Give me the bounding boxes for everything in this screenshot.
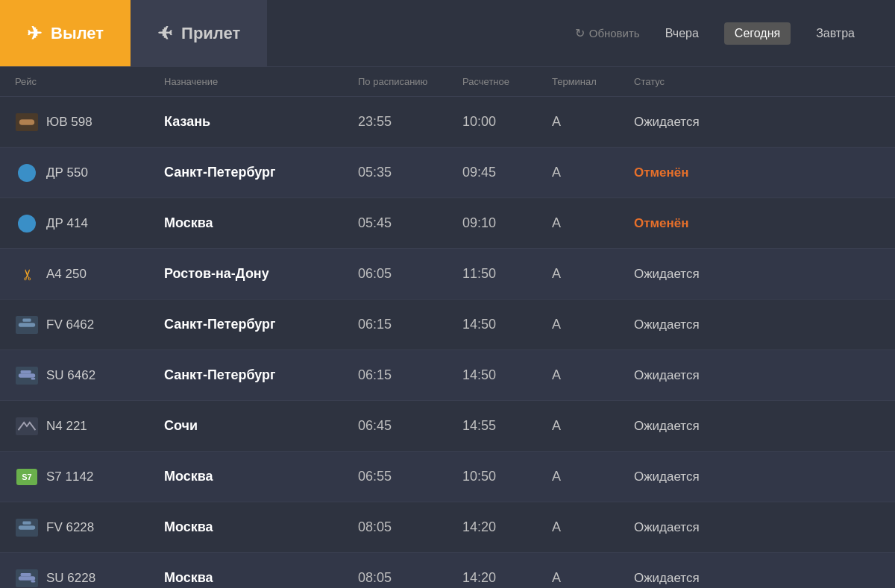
table-row[interactable]: ЮВ 598Казань23:5510:00АОжидается [0,97,895,148]
flight-estimated-time: 11:50 [462,266,552,282]
flight-number-cell: ДР 414 [15,212,164,235]
flight-code: SU 6228 [46,571,95,586]
airline-logo-icon [15,110,39,134]
flight-code: S7 1142 [46,470,93,484]
flight-number-cell: SU 6228 [15,566,164,589]
flight-number-cell: ЮВ 598 [15,110,164,134]
flight-status: Отменён [634,216,880,231]
flight-terminal: А [552,215,634,231]
today-button[interactable]: Сегодня [724,22,791,45]
flight-number-cell: ✂А4 250 [15,262,164,286]
flight-destination: Ростов-на-Дону [164,266,358,282]
table-row[interactable]: SU 6228Москва08:0514:20АОжидается [0,553,895,588]
flight-estimated-time: 14:50 [462,317,552,332]
header-controls: ↻ Обновить Вчера Сегодня Завтра [575,22,895,45]
flight-estimated-time: 14:50 [462,367,552,383]
flight-scheduled-time: 23:55 [358,114,462,130]
tab-arrival-label: Прилет [181,24,240,43]
column-headers: Рейс Назначение По расписанию Расчетное … [0,67,895,97]
table-row[interactable]: FV 6462Санкт-Петербург06:1514:50АОжидает… [0,300,895,350]
flight-terminal: А [552,165,634,180]
flight-code: А4 250 [46,267,87,282]
col-terminal: Терминал [552,73,634,90]
airline-logo-icon [15,364,39,388]
flight-status: Ожидается [634,115,880,130]
flight-terminal: А [552,317,634,332]
tab-departure-label: Вылет [51,24,104,43]
flight-number-cell: SU 6462 [15,364,164,388]
flight-status: Отменён [634,165,880,180]
airline-logo-icon: ✂ [15,262,39,286]
flight-estimated-time: 14:20 [462,570,552,586]
flight-code: FV 6462 [46,317,94,332]
col-destination: Назначение [164,73,358,90]
flight-code: ДР 550 [46,165,88,180]
flight-estimated-time: 09:10 [462,215,552,231]
table-row[interactable]: SU 6462Санкт-Петербург06:1514:50АОжидает… [0,350,895,401]
svg-rect-2 [22,318,31,321]
departure-icon: ✈ [27,23,42,44]
col-scheduled: По расписанию [358,73,462,90]
svg-rect-5 [31,377,36,379]
flight-destination: Санкт-Петербург [164,317,358,332]
svg-rect-9 [21,573,31,576]
header: ✈ Вылет ✈ Прилет ↻ Обновить Вчера Сегодн… [0,0,895,67]
flight-terminal: А [552,418,634,434]
yesterday-button[interactable]: Вчера [655,22,709,45]
flight-scheduled-time: 06:15 [358,367,462,383]
refresh-button[interactable]: ↻ Обновить [575,26,640,40]
flight-number-cell: ДР 550 [15,161,164,185]
flight-scheduled-time: 06:45 [358,418,462,434]
flight-code: ДР 414 [46,216,88,231]
refresh-icon: ↻ [575,26,585,40]
col-status: Статус [634,73,880,90]
airline-logo-icon [15,313,39,337]
table-row[interactable]: FV 6228Москва08:0514:20АОжидается [0,502,895,553]
tomorrow-button[interactable]: Завтра [806,22,865,45]
flight-estimated-time: 10:00 [462,114,552,130]
arrival-icon: ✈ [157,23,172,44]
flight-terminal: А [552,469,634,484]
table-row[interactable]: S7S7 1142Москва06:5510:50АОжидается [0,452,895,502]
flight-code: N4 221 [46,419,87,434]
svg-rect-3 [19,373,35,378]
flight-destination: Сочи [164,418,358,434]
flight-scheduled-time: 06:55 [358,469,462,484]
flights-table: ЮВ 598Казань23:5510:00АОжидаетсяДР 550Са… [0,97,895,588]
svg-rect-10 [31,580,36,582]
flight-destination: Москва [164,215,358,231]
flight-estimated-time: 14:20 [462,519,552,535]
today-label: Сегодня [735,27,780,39]
col-estimated: Расчетное [462,73,552,90]
table-row[interactable]: ДР 414Москва05:4509:10АОтменён [0,198,895,249]
flight-scheduled-time: 08:05 [358,519,462,535]
flight-terminal: А [552,367,634,383]
tab-arrival[interactable]: ✈ Прилет [131,0,267,66]
flight-terminal: А [552,570,634,586]
yesterday-label: Вчера [665,27,699,39]
flight-scheduled-time: 05:35 [358,165,462,180]
svg-rect-4 [21,370,31,373]
flight-code: FV 6228 [46,520,94,535]
flight-number-cell: N4 221 [15,414,164,438]
table-row[interactable]: ✂А4 250Ростов-на-Дону06:0511:50АОжидаетс… [0,249,895,300]
flight-estimated-time: 14:55 [462,418,552,434]
flight-scheduled-time: 05:45 [358,215,462,231]
table-row[interactable]: N4 221Сочи06:4514:55АОжидается [0,401,895,452]
flight-number-cell: FV 6462 [15,313,164,337]
flight-status: Ожидается [634,571,880,586]
flight-number-cell: S7S7 1142 [15,465,164,489]
flight-destination: Санкт-Петербург [164,165,358,180]
flight-destination: Москва [164,570,358,586]
svg-rect-6 [19,525,35,530]
refresh-label: Обновить [589,27,640,39]
flight-estimated-time: 10:50 [462,469,552,484]
flight-scheduled-time: 06:05 [358,266,462,282]
flight-status: Ожидается [634,267,880,282]
flight-terminal: А [552,114,634,130]
table-row[interactable]: ДР 550Санкт-Петербург05:3509:45АОтменён [0,148,895,198]
airline-logo-icon: S7 [15,465,39,489]
tab-departure[interactable]: ✈ Вылет [0,0,131,66]
flight-destination: Москва [164,469,358,484]
airline-logo-icon [15,212,39,235]
